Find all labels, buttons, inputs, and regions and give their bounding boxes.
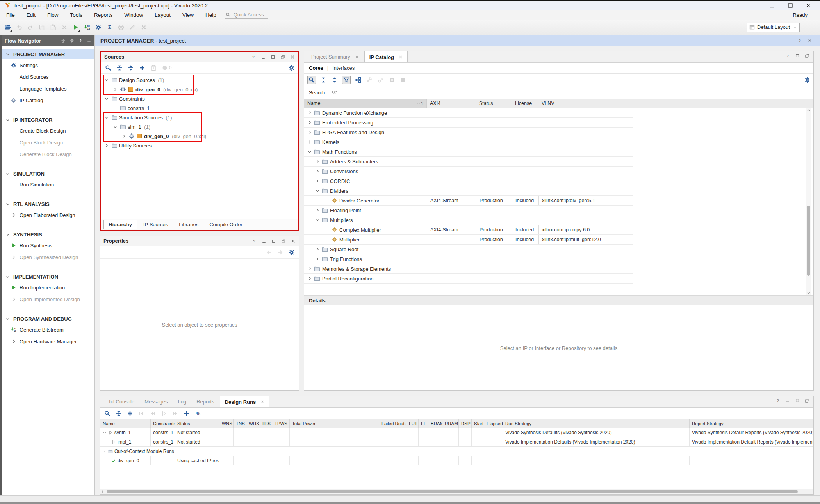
chevron-right-icon[interactable] — [315, 247, 320, 252]
sources-tree-item-constrs-1[interactable]: constrs_1 — [101, 103, 298, 113]
tab-design-runs[interactable]: Design Runs — [220, 396, 269, 407]
design-run-row-synth-1[interactable]: synth_1constrs_1Not startedVivado Synthe… — [100, 428, 813, 437]
close-icon[interactable] — [290, 55, 295, 59]
ip-row-floating-point[interactable]: Floating Point — [304, 206, 633, 215]
tab-project-summary[interactable]: Project Summary — [307, 51, 364, 62]
ip-row-math-functions[interactable]: Math Functions — [304, 147, 633, 157]
sources-tab-libraries[interactable]: Libraries — [174, 220, 203, 229]
flow-item-open-elaborated-design[interactable]: Open Elaborated Design — [2, 209, 94, 221]
chevron-down-icon[interactable] — [315, 218, 320, 222]
column-header-license[interactable]: License — [512, 99, 538, 108]
maximize-icon[interactable] — [271, 239, 276, 243]
menu-layout[interactable]: Layout — [155, 12, 171, 18]
scroll-down-icon[interactable] — [806, 291, 811, 295]
sources-tree-item-sim-1[interactable]: sim_1 (1) — [101, 122, 298, 131]
float-icon[interactable] — [805, 398, 809, 403]
menu-help[interactable]: Help — [205, 12, 216, 18]
close-icon[interactable] — [399, 55, 403, 59]
chevron-right-icon[interactable] — [315, 159, 320, 164]
ip-row-divider-generator[interactable]: Divider GeneratorAXI4-StreamProductionIn… — [304, 196, 633, 206]
column-header-tns[interactable]: TNS — [234, 419, 246, 428]
chevron-down-icon[interactable] — [307, 149, 312, 154]
help-icon[interactable]: ? — [797, 38, 802, 43]
column-header-dsp[interactable]: DSP — [459, 419, 472, 428]
flow-item-open-implemented-design[interactable]: Open Implemented Design — [2, 293, 94, 305]
window-maximize-button[interactable] — [787, 2, 793, 9]
flow-item-open-synthesized-design[interactable]: Open Synthesized Design — [2, 251, 94, 263]
design-run-row-out-of-context-module-runs[interactable]: Out-of-Context Module Runs — [100, 447, 813, 456]
sources-tree-item-div-gen-0[interactable]: div_gen_0 (div_gen_0.xci) — [101, 131, 298, 141]
ip-row-dynamic-function-exchange[interactable]: Dynamic Function eXchange — [304, 108, 633, 118]
ip-row-fpga-features-and-design[interactable]: FPGA Features and Design — [304, 128, 633, 137]
help-icon[interactable]: ? — [78, 38, 83, 43]
minimize-icon[interactable] — [785, 398, 790, 403]
scrollbar-thumb[interactable] — [107, 490, 798, 493]
search-icon[interactable] — [104, 64, 112, 72]
help-icon[interactable]: ? — [785, 53, 790, 58]
flow-item-open-hardware-manager[interactable]: Open Hardware Manager — [2, 335, 94, 347]
expand-all-icon[interactable] — [331, 76, 339, 84]
float-icon[interactable] — [280, 55, 285, 59]
tree-chevron-icon[interactable] — [104, 96, 110, 101]
chevron-right-icon[interactable] — [315, 179, 320, 183]
chevron-right-icon[interactable] — [307, 130, 312, 135]
flow-item-generate-bitstream[interactable]: 0110Generate Bitstream — [2, 324, 94, 335]
flow-item-add-sources[interactable]: Add Sources — [2, 71, 94, 83]
flow-item-open-block-design[interactable]: Open Block Design — [2, 137, 94, 148]
tab-log[interactable]: Log — [173, 396, 191, 407]
expand-all-icon[interactable] — [126, 410, 134, 417]
sources-tab-hierarchy[interactable]: Hierarchy — [103, 220, 137, 229]
window-close-button[interactable] — [805, 2, 811, 9]
column-header-name[interactable]: Name1 — [304, 99, 427, 108]
subtab-interfaces[interactable]: Interfaces — [332, 65, 355, 71]
flow-section-program-and-debug[interactable]: PROGRAM AND DEBUG — [2, 314, 94, 324]
collapse-all-icon[interactable] — [319, 76, 327, 84]
collapse-all-icon[interactable] — [116, 64, 123, 72]
menu-tools[interactable]: Tools — [70, 12, 83, 18]
flow-section-implementation[interactable]: IMPLEMENTATION — [2, 272, 94, 282]
tree-chevron-icon[interactable] — [104, 143, 110, 148]
minimize-icon[interactable] — [87, 38, 91, 43]
chevron-right-icon[interactable] — [315, 169, 320, 174]
column-header-run-strategy[interactable]: Run Strategy — [503, 419, 690, 428]
horizontal-scrollbar[interactable] — [100, 489, 813, 494]
menu-reports[interactable]: Reports — [94, 12, 112, 18]
minimize-icon[interactable] — [262, 239, 266, 243]
chevron-right-icon[interactable] — [307, 266, 312, 271]
flow-section-synthesis[interactable]: SYNTHESIS — [2, 229, 94, 240]
chevron-down-icon[interactable] — [315, 188, 320, 193]
column-header-bram[interactable]: BRAM — [428, 419, 442, 428]
column-header-name[interactable]: Name — [100, 419, 151, 428]
ip-row-dividers[interactable]: Dividers — [304, 186, 633, 196]
chevron-right-icon[interactable] — [307, 120, 312, 125]
scroll-up-icon[interactable] — [806, 108, 811, 113]
tab-ip-catalog[interactable]: IP Catalog — [364, 51, 408, 62]
collapse-all-icon[interactable] — [61, 38, 66, 43]
ip-row-multipliers[interactable]: Multipliers — [304, 215, 633, 225]
maximize-icon[interactable] — [271, 55, 275, 59]
menu-flow[interactable]: Flow — [47, 12, 59, 18]
tab-reports[interactable]: Reports — [192, 396, 219, 407]
ip-row-memories-storage-elements[interactable]: Memories & Storage Elements — [304, 264, 633, 274]
chevron-right-icon[interactable] — [307, 276, 312, 281]
flow-section-simulation[interactable]: SIMULATION — [2, 169, 94, 179]
flow-item-generate-block-design[interactable]: Generate Block Design — [2, 148, 94, 160]
close-icon[interactable] — [291, 239, 296, 243]
ip-row-complex-multiplier[interactable]: Complex MultiplierAXI4-StreamProductionI… — [304, 225, 633, 235]
column-header-start[interactable]: Start — [472, 419, 484, 428]
chevron-right-icon[interactable] — [315, 257, 320, 261]
ip-row-trig-functions[interactable]: Trig Functions — [304, 254, 633, 264]
ip-row-square-root[interactable]: Square Root — [304, 245, 633, 254]
ip-row-conversions[interactable]: Conversions — [304, 167, 633, 176]
ip-row-embedded-processing[interactable]: Embedded Processing — [304, 118, 633, 128]
open-project-icon[interactable] — [4, 23, 12, 31]
chevron-right-icon[interactable] — [307, 140, 312, 144]
ip-row-adders-subtracters[interactable]: Adders & Subtracters — [304, 157, 633, 167]
sources-tree-item-utility-sources[interactable]: Utility Sources — [101, 141, 298, 150]
subtab-cores[interactable]: Cores — [309, 65, 323, 71]
help-icon[interactable]: ? — [775, 398, 780, 403]
quick-access-search[interactable]: Quick Access — [225, 11, 268, 19]
report-sum-icon[interactable]: Σ — [106, 23, 114, 31]
column-header-status[interactable]: Status — [175, 419, 219, 428]
close-icon[interactable] — [260, 400, 264, 404]
